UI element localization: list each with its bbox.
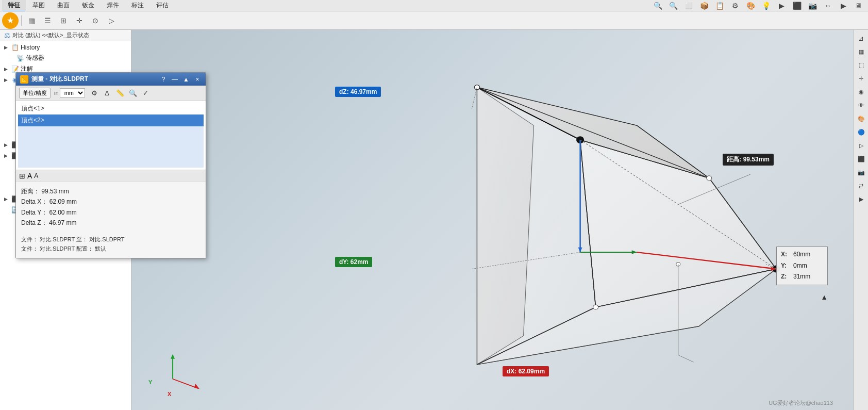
expand-cut-extrude3[interactable]: ▶ xyxy=(2,195,9,203)
distance-label: 距离： xyxy=(21,188,40,195)
result-distance: 距离： 99.53 mm xyxy=(21,186,201,196)
rt-icon-11[interactable]: 📷 xyxy=(855,166,867,178)
history-label: History xyxy=(21,44,127,51)
dx-value: 62.09mm xyxy=(519,368,545,375)
arrows-icon[interactable]: ↔ xyxy=(821,0,835,13)
dy-value: 62mm xyxy=(350,258,369,266)
dialog-icon-font-large[interactable]: A xyxy=(27,172,32,180)
rt-icon-13[interactable]: ▶ xyxy=(855,193,867,205)
monitor-icon[interactable]: 🖥 xyxy=(852,0,866,13)
play-icon[interactable]: ▶ xyxy=(774,0,789,13)
tab-weldments[interactable]: 焊件 xyxy=(101,0,125,11)
dialog-close-button[interactable]: × xyxy=(193,75,202,84)
annotation-dy: dY: 62mm xyxy=(335,257,372,267)
file1-to-label: 至： xyxy=(76,236,89,242)
rt-icon-4[interactable]: ✛ xyxy=(855,72,867,85)
component-icon[interactable]: ⊞ xyxy=(56,13,71,28)
expand-boss-extrude1[interactable]: ▶ xyxy=(2,141,9,149)
dialog-expand-button[interactable]: ▲ xyxy=(182,75,190,84)
expand-front-plane xyxy=(7,98,14,105)
scroll-up-arrow[interactable]: ▲ xyxy=(821,293,828,301)
distance-unit: mm xyxy=(59,188,69,195)
delta-icon[interactable]: Δ xyxy=(102,87,113,99)
svg-line-35 xyxy=(678,355,694,362)
expand-sensor xyxy=(7,55,14,62)
result-delta-z: Delta Z： 46.97 mm xyxy=(21,218,201,228)
tasks-icon[interactable]: 📋 xyxy=(712,0,727,13)
expand-solid[interactable]: ▶ xyxy=(2,76,9,84)
color-icon[interactable]: 🎨 xyxy=(743,0,758,13)
rt-icon-6[interactable]: 👁 xyxy=(855,99,867,111)
unit-precision-button[interactable]: 单位/精度 xyxy=(19,88,51,99)
rt-icon-9[interactable]: ▷ xyxy=(855,139,867,152)
tab-sheetmetal[interactable]: 钣金 xyxy=(76,0,100,11)
zoom-icon[interactable]: 🔍 xyxy=(666,0,680,13)
dialog-pin-button[interactable]: — xyxy=(171,75,179,84)
coord-y-label: Y: xyxy=(781,260,791,272)
coord-x-line: X: 60mm xyxy=(781,249,823,260)
search-icon[interactable]: 🔍 xyxy=(650,0,665,13)
light-icon[interactable]: 💡 xyxy=(759,0,773,13)
annotation-dx: dX: 62.09mm xyxy=(503,366,549,376)
photo-icon[interactable]: 📷 xyxy=(805,0,820,13)
tab-features[interactable]: 特征 xyxy=(2,0,26,12)
geometry-svg xyxy=(131,30,854,410)
rt-icon-10[interactable]: ⬛ xyxy=(855,153,867,165)
unit-in-label: in xyxy=(54,90,59,96)
run-icon[interactable]: ▶ xyxy=(836,0,850,13)
list-item-vertex2[interactable]: 顶点<2> xyxy=(18,114,204,126)
tab-evaluate[interactable]: 评估 xyxy=(151,0,174,11)
delta-z-unit: mm xyxy=(66,219,76,226)
display-icon[interactable]: ⬜ xyxy=(681,0,696,13)
x-axis-label: X xyxy=(168,391,171,397)
expand-cut-extrude1[interactable]: ▶ xyxy=(2,152,9,159)
rt-icon-5[interactable]: ◉ xyxy=(855,86,867,98)
check-icon[interactable]: ✓ xyxy=(140,87,152,99)
grid-icon[interactable]: ▦ xyxy=(24,13,39,28)
main-viewport[interactable]: dZ: 46.97mm dY: 62mm dX: 62.09mm 距高: 99.… xyxy=(131,30,854,410)
precision-icon[interactable]: ⚙ xyxy=(89,87,100,99)
annotation-distance: 距高: 99.53mm xyxy=(723,154,774,166)
dz-label: dZ: xyxy=(339,88,349,95)
toolbar-right-icons: 🔍 🔍 ⬜ 📦 📋 ⚙ 🎨 💡 ▶ ⬛ 📷 ↔ ▶ 🖥 xyxy=(650,0,866,13)
dialog-icon-grid[interactable]: ⊞ xyxy=(19,172,25,180)
box-icon[interactable]: ⬛ xyxy=(790,0,804,13)
rt-icon-8[interactable]: 🔵 xyxy=(855,126,867,138)
main-icon[interactable]: ★ xyxy=(2,12,19,29)
svg-point-17 xyxy=(707,176,712,181)
unit-select[interactable]: mm in cm xyxy=(60,88,85,97)
dialog-icon-font-small[interactable]: A xyxy=(34,172,38,179)
settings-icon[interactable]: 🔍 xyxy=(127,87,139,99)
rt-icon-2[interactable]: ▦ xyxy=(855,45,867,58)
tab-sketch[interactable]: 草图 xyxy=(27,0,51,11)
measure-mode-icon[interactable]: 📏 xyxy=(114,87,126,99)
expand-material xyxy=(7,87,14,94)
svg-marker-28 xyxy=(171,354,175,359)
file1-prefix: 文件： xyxy=(21,236,38,242)
sphere-icon[interactable]: ⊙ xyxy=(88,13,103,28)
package-icon[interactable]: 📦 xyxy=(697,0,711,13)
arrow-right-icon[interactable]: ▷ xyxy=(104,13,119,28)
tab-surface[interactable]: 曲面 xyxy=(52,0,75,11)
dialog-title-bar: 📐 测量 - 对比.SLDPRT ? — ▲ × xyxy=(16,73,206,86)
expand-annotation[interactable]: ▶ xyxy=(2,65,9,73)
rt-icon-12[interactable]: ⇄ xyxy=(855,179,867,192)
y-axis-label: Y xyxy=(148,379,152,385)
dialog-files: 文件： 对比.SLDPRT 至： 对比.SLDPRT 文件： 对比.SLDPRT… xyxy=(16,233,206,258)
rt-icon-7[interactable]: 🎨 xyxy=(855,112,867,125)
list-item-vertex1[interactable]: 顶点<1> xyxy=(18,103,204,114)
rt-icon-3[interactable]: ⬚ xyxy=(855,59,867,71)
rt-filter-icon[interactable]: ⊿ xyxy=(855,32,867,44)
expand-top-plane xyxy=(7,109,14,116)
tree-item-history[interactable]: ▶ 📋 History xyxy=(0,42,131,53)
expand-history[interactable]: ▶ xyxy=(2,44,9,51)
coord-z-value: 31mm xyxy=(793,271,810,283)
svg-point-18 xyxy=(593,305,598,309)
options-icon[interactable]: ⚙ xyxy=(728,0,742,13)
tree-item-sensor[interactable]: 📡 传感器 xyxy=(5,53,131,63)
dialog-help-button[interactable]: ? xyxy=(159,75,168,84)
tab-annotation[interactable]: 标注 xyxy=(126,0,149,11)
svg-point-15 xyxy=(474,85,479,90)
target-icon[interactable]: ✛ xyxy=(72,13,87,28)
list-icon[interactable]: ☰ xyxy=(40,13,55,28)
